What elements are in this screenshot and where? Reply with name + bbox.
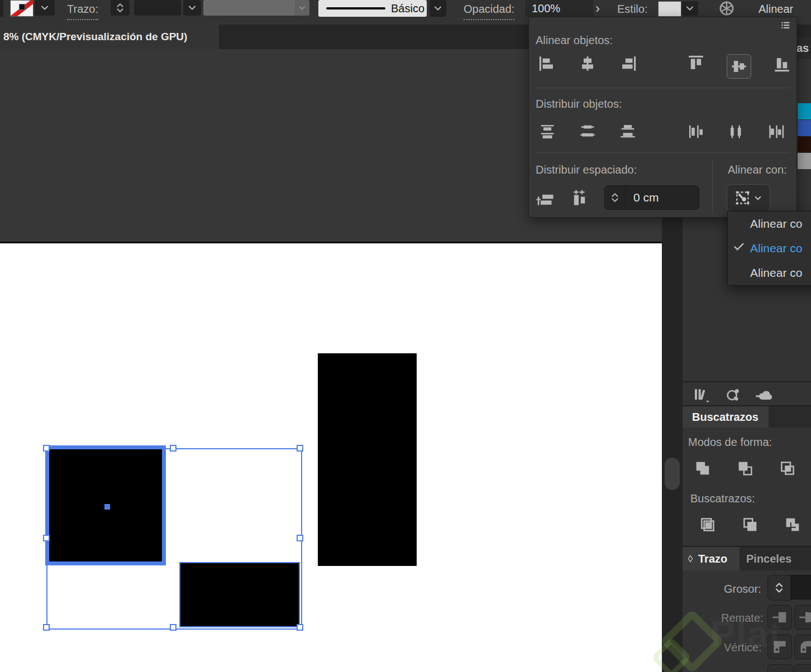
stroke-width-stepper[interactable] bbox=[111, 0, 130, 16]
dist-h-right-icon[interactable] bbox=[767, 122, 786, 141]
stroke-width-dropdown[interactable] bbox=[134, 0, 181, 16]
pf-divide-icon[interactable] bbox=[698, 515, 717, 534]
spacing-h-icon[interactable] bbox=[570, 188, 590, 208]
variable-width-profile-dropdown[interactable] bbox=[203, 0, 295, 16]
spacing-stepper[interactable] bbox=[605, 186, 626, 209]
chevron-down-icon bbox=[297, 3, 307, 13]
spacing-v-icon[interactable] bbox=[536, 188, 556, 208]
selection-handle[interactable] bbox=[43, 535, 50, 541]
node-search-icon[interactable] bbox=[724, 386, 742, 404]
cap-butt-icon[interactable] bbox=[767, 605, 792, 630]
align-to-menu-item-label: Alinear co bbox=[750, 266, 802, 280]
tab-buscatrazos-label: Buscatrazos bbox=[683, 411, 758, 423]
align-panel-divider bbox=[536, 152, 790, 153]
grosor-label: Grosor: bbox=[724, 583, 761, 596]
pf-trim-icon[interactable] bbox=[741, 515, 760, 534]
align-to-menu: Alinear coAlinear coAlinear co bbox=[727, 211, 811, 286]
panel-collapse-diamond-icon[interactable] bbox=[686, 554, 695, 564]
chevron-down-icon bbox=[187, 2, 198, 13]
align-objects-label: Alinear objetos: bbox=[536, 34, 613, 47]
pathfinder-buttons bbox=[698, 515, 802, 534]
chevron-down-icon bbox=[684, 3, 695, 14]
intersect-icon[interactable] bbox=[778, 459, 797, 478]
align-panel-divider bbox=[536, 88, 790, 88]
color-swatch[interactable] bbox=[798, 136, 811, 152]
stroke-none-swatch[interactable] bbox=[10, 0, 34, 17]
updown-stepper-icon bbox=[772, 579, 786, 597]
document-tab[interactable]: 8% (CMYK/Previsualización de GPU) bbox=[0, 25, 219, 49]
opacity-more-chevron[interactable]: › bbox=[595, 1, 600, 16]
align-top-icon[interactable] bbox=[686, 54, 705, 73]
brush-dropdown-chevron[interactable] bbox=[430, 0, 446, 17]
style-dropdown-chevron[interactable] bbox=[681, 1, 698, 16]
color-swatch[interactable] bbox=[798, 103, 811, 119]
brush-definition-value: Básico bbox=[391, 2, 424, 15]
selection-handle[interactable] bbox=[297, 624, 303, 631]
swatch-dropdown-button[interactable] bbox=[35, 0, 55, 16]
grosor-input[interactable] bbox=[791, 575, 811, 599]
align-to-menu-item[interactable]: Alinear co bbox=[728, 212, 811, 236]
align-to-menu-item-label: Alinear co bbox=[750, 217, 802, 231]
panel-menu-icon[interactable] bbox=[778, 20, 793, 32]
stroke-width-dropdown-chevron[interactable] bbox=[183, 0, 201, 16]
color-wheel-icon[interactable] bbox=[719, 1, 734, 16]
grosor-stepper[interactable] bbox=[767, 575, 791, 601]
align-to-menu-item[interactable]: Alinear co bbox=[728, 261, 811, 285]
opacidad-toolbar-label[interactable]: Opacidad: bbox=[464, 1, 514, 20]
color-swatch[interactable] bbox=[798, 153, 811, 169]
align-to-label: Alinear con: bbox=[728, 164, 787, 176]
brush-definition-dropdown[interactable]: Básico bbox=[318, 0, 427, 17]
style-swatch[interactable] bbox=[658, 1, 681, 17]
join-round-icon[interactable] bbox=[794, 635, 811, 659]
minus-front-icon[interactable] bbox=[736, 459, 755, 478]
chevron-down-icon bbox=[39, 2, 50, 13]
align-v-center-icon[interactable] bbox=[727, 54, 751, 79]
dist-h-center-icon[interactable] bbox=[727, 122, 746, 141]
opacity-input[interactable]: 100% bbox=[525, 0, 593, 17]
selection-handle[interactable] bbox=[170, 624, 176, 631]
selection-handle[interactable] bbox=[170, 445, 176, 452]
selection-handle[interactable] bbox=[43, 624, 50, 631]
dist-v-top-icon[interactable] bbox=[538, 122, 557, 141]
align-h-center-icon[interactable] bbox=[578, 54, 597, 73]
align-to-menu-item[interactable]: Alinear co bbox=[728, 236, 811, 261]
rect-plain[interactable] bbox=[318, 353, 417, 566]
cloud-sync-icon[interactable] bbox=[755, 386, 773, 404]
dist-h-left-icon[interactable] bbox=[686, 122, 705, 141]
selection-handle[interactable] bbox=[297, 535, 303, 541]
align-bottom-icon[interactable] bbox=[772, 54, 791, 73]
vertice-label: Vértice: bbox=[724, 641, 762, 654]
cap-round-icon[interactable] bbox=[794, 605, 811, 630]
dist-v-bottom-icon[interactable] bbox=[618, 122, 637, 141]
unite-icon[interactable] bbox=[693, 459, 712, 478]
selection-handle[interactable] bbox=[297, 445, 303, 452]
color-swatch[interactable] bbox=[798, 120, 811, 136]
remate-label: Remate: bbox=[721, 612, 764, 625]
dist-v-center-icon[interactable] bbox=[578, 122, 597, 141]
chevron-down-icon bbox=[432, 3, 443, 14]
selection-handle[interactable] bbox=[43, 445, 50, 452]
distribute-spacing-buttons bbox=[536, 188, 590, 208]
join-miter-icon[interactable] bbox=[767, 635, 792, 659]
spacing-value[interactable]: 0 cm bbox=[626, 191, 659, 204]
key-object-icon bbox=[734, 189, 752, 207]
tab-pinceles[interactable]: Pinceles bbox=[746, 547, 791, 570]
align-panel-vertical-divider bbox=[712, 160, 713, 214]
pf-merge-icon[interactable] bbox=[783, 515, 802, 534]
clipped-button[interactable] bbox=[767, 664, 793, 672]
tab-trazo[interactable]: Trazo bbox=[683, 547, 740, 570]
trazo-toolbar-label[interactable]: Trazo: bbox=[67, 1, 98, 20]
align-to-dropdown-button[interactable] bbox=[727, 184, 770, 212]
align-right-icon[interactable] bbox=[618, 54, 637, 73]
selection-bounding-box[interactable] bbox=[46, 448, 302, 630]
align-left-icon[interactable] bbox=[538, 54, 557, 73]
vertical-scrollbar-thumb[interactable] bbox=[665, 458, 680, 490]
tab-buscatrazos[interactable]: Buscatrazos bbox=[683, 406, 769, 428]
align-to-menu-item-label: Alinear co bbox=[750, 242, 802, 255]
profile-dropdown-chevron[interactable] bbox=[295, 0, 309, 16]
library-icon[interactable] bbox=[693, 386, 710, 404]
tab-trazo-label: Trazo bbox=[698, 547, 727, 570]
align-panel: Alinear objetos: Distribuir objetos: Dis… bbox=[528, 17, 797, 218]
shape-modes-label: Modos de forma: bbox=[688, 436, 772, 449]
clipped-button[interactable] bbox=[794, 664, 811, 672]
